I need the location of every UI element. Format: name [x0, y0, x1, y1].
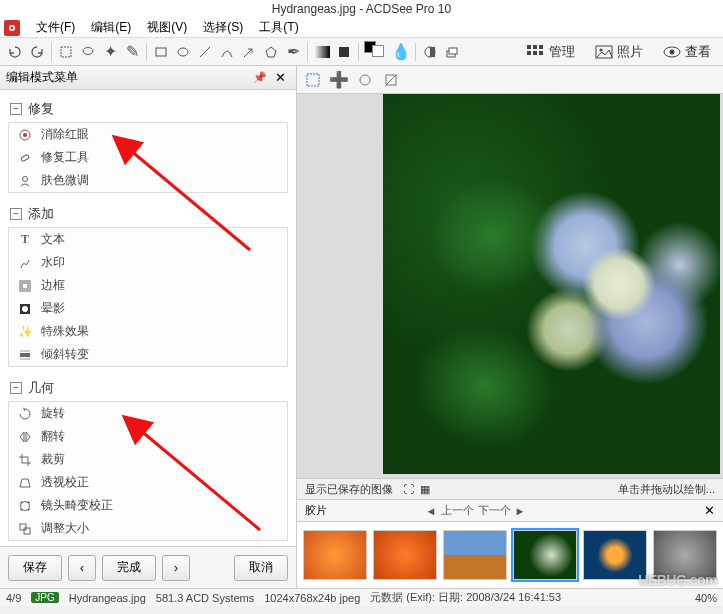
svg-rect-15	[533, 45, 537, 49]
svg-rect-16	[539, 45, 543, 49]
pen-icon[interactable]: ✒	[283, 42, 303, 62]
redo-icon[interactable]	[27, 42, 47, 62]
filmstrip-label: 胶片	[305, 503, 327, 518]
item-heal[interactable]: 修复工具	[9, 146, 287, 169]
item-border[interactable]: 边框	[9, 274, 287, 297]
item-skin[interactable]: 肤色微调	[9, 169, 287, 192]
status-dims: 1024x768x24b jpeg	[264, 592, 360, 604]
svg-rect-19	[539, 51, 543, 55]
shape-rect-icon[interactable]	[151, 42, 171, 62]
item-lens[interactable]: 镜头畸变校正	[9, 494, 287, 517]
wand-icon[interactable]: ✦	[100, 42, 120, 62]
viewer-area: ➕ 显示已保存的图像 ⛶ ▦ 单击并拖动以绘制... 胶片 ◄ 上一个 下一个 …	[297, 66, 723, 588]
flip-icon	[17, 429, 33, 445]
item-watermark[interactable]: 水印	[9, 251, 287, 274]
photos-icon	[595, 45, 613, 59]
tab-photos[interactable]: 照片	[587, 41, 651, 63]
shape-ellipse-icon[interactable]	[173, 42, 193, 62]
lasso-icon[interactable]	[78, 42, 98, 62]
svg-rect-17	[527, 51, 531, 55]
svg-point-42	[360, 75, 370, 85]
item-tilt[interactable]: 倾斜转变	[9, 343, 287, 366]
next-button[interactable]: ›	[162, 555, 190, 581]
panel-footer: 保存 ‹ 完成 › 取消	[0, 546, 296, 588]
brush-icon[interactable]: ✎	[122, 42, 142, 62]
svg-rect-37	[24, 528, 30, 534]
filmstrip-close-icon[interactable]: ✕	[704, 503, 715, 518]
add-selection-icon[interactable]: ➕	[329, 70, 349, 90]
line-icon[interactable]	[195, 42, 215, 62]
thumb-4[interactable]	[513, 530, 577, 580]
actual-icon[interactable]: ▦	[420, 483, 430, 496]
image-canvas[interactable]	[297, 94, 723, 478]
menu-edit[interactable]: 编辑(E)	[83, 19, 139, 36]
film-next-arrow[interactable]: ►	[515, 505, 526, 517]
invert-icon[interactable]	[381, 70, 401, 90]
item-crop[interactable]: 裁剪	[9, 448, 287, 471]
fit-icon[interactable]: ⛶	[403, 483, 414, 496]
item-vignette[interactable]: 晕影	[9, 297, 287, 320]
svg-rect-13	[449, 48, 457, 54]
svg-point-27	[23, 176, 28, 181]
collapse-icon[interactable]: −	[10, 208, 22, 220]
cancel-button[interactable]: 取消	[234, 555, 288, 581]
section-add-header[interactable]: − 添加	[8, 199, 288, 227]
collapse-icon[interactable]: −	[10, 382, 22, 394]
item-flip[interactable]: 翻转	[9, 425, 287, 448]
item-perspective[interactable]: 透视校正	[9, 471, 287, 494]
panel-header: 编辑模式菜单 📌 ✕	[0, 66, 296, 90]
crop-icon	[17, 452, 33, 468]
tab-view[interactable]: 查看	[655, 41, 719, 63]
curve-icon[interactable]	[217, 42, 237, 62]
svg-marker-35	[20, 479, 30, 487]
menu-file[interactable]: 文件(F)	[28, 19, 83, 36]
image-status-bar: 显示已保存的图像 ⛶ ▦ 单击并拖动以绘制...	[297, 478, 723, 500]
heal-icon	[17, 150, 33, 166]
status-index: 4/9	[6, 592, 21, 604]
svg-rect-9	[339, 47, 349, 57]
gradient-icon[interactable]	[312, 42, 332, 62]
fill-icon[interactable]	[334, 42, 354, 62]
thumb-3[interactable]	[443, 530, 507, 580]
film-prev[interactable]: 上一个	[441, 503, 474, 518]
film-prev-arrow[interactable]: ◄	[426, 505, 437, 517]
item-rotate[interactable]: 旋转	[9, 402, 287, 425]
menu-tools[interactable]: 工具(T)	[251, 19, 306, 36]
status-producer: 581.3 ACD Systems	[156, 592, 254, 604]
layers-icon[interactable]	[442, 42, 462, 62]
color-swatches[interactable]	[364, 43, 388, 61]
svg-rect-36	[20, 524, 26, 530]
svg-point-3	[83, 47, 93, 54]
polygon-icon[interactable]	[261, 42, 281, 62]
format-badge: JPG	[31, 592, 58, 603]
tab-manage[interactable]: 管理	[519, 41, 583, 63]
thumb-2[interactable]	[373, 530, 437, 580]
save-button[interactable]: 保存	[8, 555, 62, 581]
arrow-icon[interactable]	[239, 42, 259, 62]
marquee-icon[interactable]	[303, 70, 323, 90]
status-filename: Hydrangeas.jpg	[69, 592, 146, 604]
section-repair-header[interactable]: − 修复	[8, 94, 288, 122]
close-icon[interactable]: ✕	[271, 70, 290, 85]
item-redeye[interactable]: 消除红眼	[9, 123, 287, 146]
text-icon: T	[17, 232, 33, 248]
menu-select[interactable]: 选择(S)	[195, 19, 251, 36]
eyedropper-icon[interactable]: 💧	[391, 42, 411, 62]
item-resize[interactable]: 调整大小	[9, 517, 287, 540]
done-button[interactable]: 完成	[102, 555, 156, 581]
item-text[interactable]: T文本	[9, 228, 287, 251]
pin-icon[interactable]: 📌	[249, 71, 271, 84]
undo-icon[interactable]	[5, 42, 25, 62]
section-geometry-header[interactable]: − 几何	[8, 373, 288, 401]
mask-view-icon[interactable]	[355, 70, 375, 90]
collapse-icon[interactable]: −	[10, 103, 22, 115]
svg-rect-2	[61, 47, 71, 57]
select-rect-icon[interactable]	[56, 42, 76, 62]
film-next[interactable]: 下一个	[478, 503, 511, 518]
mask-icon[interactable]	[420, 42, 440, 62]
prev-button[interactable]: ‹	[68, 555, 96, 581]
item-effects[interactable]: ✨特殊效果	[9, 320, 287, 343]
menu-view[interactable]: 视图(V)	[139, 19, 195, 36]
status-exif: 元数据 (Exif): 日期: 2008/3/24 16:41:53	[370, 590, 561, 605]
thumb-1[interactable]	[303, 530, 367, 580]
